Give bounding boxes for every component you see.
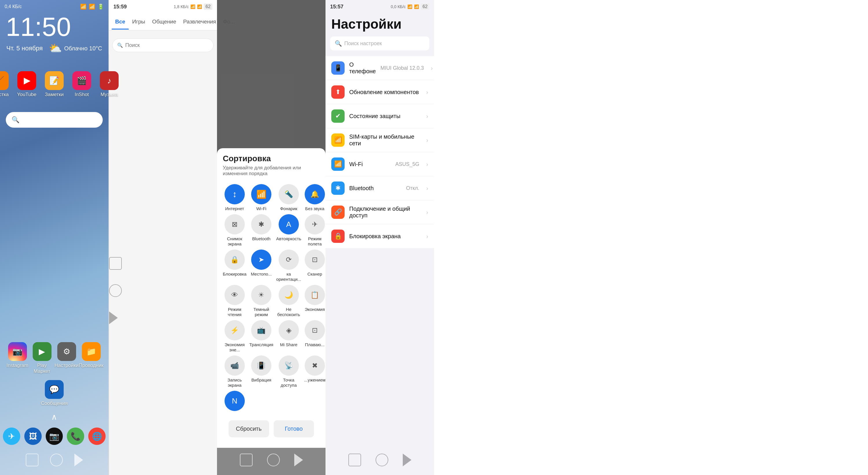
notes-icon: 📝 [45, 71, 64, 90]
settings-item-wifi[interactable]: 📶 Wi-Fi ASUS_5G › [326, 152, 434, 176]
sort-nfc[interactable]: N [223, 391, 247, 413]
app-grid: 💎 Pirate Trea... ♪ Spotify 2Г 2ГИС 🚕 Так… [109, 30, 217, 36]
music-icon-home: ♪ [100, 71, 119, 90]
dnd-tile-icon: 🌙 [279, 285, 299, 305]
settings-item-bluetooth[interactable]: ✱ Bluetooth Откл. › [326, 176, 434, 200]
sort-vibration[interactable]: 📳 Вибрация [249, 355, 273, 388]
sort-screenrec[interactable]: 📹 Запись экрана [223, 355, 247, 388]
notes-label: Заметки [45, 92, 64, 97]
dock-play[interactable]: ▶ Play Маркет [33, 342, 52, 374]
back-btn-sort[interactable] [294, 453, 303, 466]
recent-apps-btn-home[interactable] [26, 453, 38, 466]
chrome-icon[interactable]: 🌐 [88, 427, 105, 445]
sort-economy[interactable]: 📋 Экономия [304, 285, 326, 317]
update-chevron: › [426, 89, 428, 95]
tab-photo[interactable]: Фо... [220, 14, 239, 30]
telegram-icon[interactable]: ✈ [3, 427, 20, 445]
tab-games[interactable]: Игры [129, 14, 149, 30]
sort-swim[interactable]: ⊡ Плаваю... [304, 320, 326, 353]
security-settings-name: Состояние защиты [349, 113, 400, 119]
app-notes[interactable]: 📝 Заметки [45, 71, 64, 97]
sort-cast[interactable]: 📺 Трансляция [249, 320, 273, 353]
sort-reset-btn[interactable]: Сбросить [228, 420, 269, 437]
home-btn-drawer[interactable] [109, 284, 122, 297]
dock-settings[interactable]: ⚙ Настройки [57, 342, 76, 374]
sort-scanner[interactable]: ⊡ Сканер [304, 249, 326, 282]
sort-lock[interactable]: 🔒 Блокировка [223, 249, 247, 282]
tab-all[interactable]: Все [112, 14, 129, 30]
home-btn-sort[interactable] [267, 453, 280, 466]
sim-icon: 📶 [331, 133, 345, 147]
sort-readmode[interactable]: 👁 Режим чтения [223, 285, 247, 317]
status-bar-home: 0,4 КБ/с 📶 📶 🔋 [0, 0, 108, 11]
app-youtube[interactable]: ▶ YouTube [18, 71, 36, 97]
wifi-settings: 📶 [414, 4, 419, 9]
mishare-tile-label: Mi Share [280, 342, 298, 347]
speed-drawer: 1,8 КБ/с [174, 4, 189, 9]
nav-bar-sort [217, 448, 326, 475]
tab-entertainment[interactable]: Развлечения [180, 14, 220, 30]
sort-airplane[interactable]: ✈ Режим полета [304, 214, 326, 247]
screenrec-tile-icon: 📹 [224, 355, 245, 376]
sort-rotation[interactable]: ⟳ ка ориентаци... [276, 249, 301, 282]
drawer-app-2gis1[interactable]: 2Г 2ГИС [154, 33, 175, 36]
app-music-home[interactable]: ♪ Музыка [100, 71, 119, 97]
drawer-search-input[interactable] [125, 42, 209, 48]
settings-item-sim[interactable]: 📶 SIM-карты и мобильные сети › [326, 128, 434, 152]
back-btn-settings[interactable] [403, 453, 411, 466]
sort-done-btn[interactable]: Готово [274, 420, 314, 437]
sort-grid: ↕ Интернет 📶 Wi-Fi 🔦 Фонарик 🔔 Без звука [223, 181, 320, 416]
dock-messages[interactable]: 💬 Сообщения [45, 380, 64, 407]
drawer-app-taxi[interactable]: 🚕 Такси Бонд [175, 33, 197, 36]
dock-files[interactable]: 📁 Проводник [82, 342, 101, 374]
recent-btn-drawer[interactable] [109, 257, 122, 270]
tab-social[interactable]: Общение [149, 14, 180, 30]
phone-icon[interactable]: 📞 [67, 427, 84, 445]
sort-flashlight[interactable]: 🔦 Фонарик [276, 184, 301, 211]
sort-hotspot[interactable]: 📡 Точка доступа [276, 355, 301, 388]
settings-item-security[interactable]: ✔ Состояние защиты › [326, 104, 434, 128]
settings-search-bar[interactable]: 🔍 Поиск настроек [330, 36, 429, 50]
sort-economy2[interactable]: ⚡ Экономия эне... [223, 320, 247, 353]
settings-item-update[interactable]: ⬆ Обновление компонентов › [326, 80, 434, 104]
sort-darkmode[interactable]: ☀ Темный режим [249, 285, 273, 317]
app-cleaner[interactable]: 🧹 Очистка [0, 71, 9, 97]
sort-manage[interactable]: ✖ ...ужением [304, 355, 326, 388]
sort-dnd[interactable]: 🌙 Не беспокоить [276, 285, 301, 317]
nfc-tile-icon: N [224, 391, 245, 411]
bluetooth-settings-icon: ✱ [331, 181, 345, 195]
drawer-app-cod[interactable]: 🎮 Call of Duty [197, 33, 217, 36]
drawer-app-spotify[interactable]: ♪ Spotify [132, 33, 154, 36]
sort-overlay: Сортировка Удерживайте для добавления ил… [217, 0, 326, 448]
drawer-app-pirate[interactable]: 💎 Pirate Trea... [110, 33, 132, 36]
sort-bluetooth[interactable]: ✱ Bluetooth [249, 214, 273, 247]
connection-text: Подключение и общий доступ [349, 206, 419, 219]
about-text: О телефоне [349, 61, 376, 75]
sort-internet[interactable]: ↕ Интернет [223, 184, 247, 211]
sort-brightness[interactable]: A Автояркость [276, 214, 301, 247]
recent-btn-settings[interactable] [348, 453, 361, 466]
sort-location[interactable]: ➤ Местопо... [249, 249, 273, 282]
sort-mishare[interactable]: ◈ Mi Share [276, 320, 301, 353]
drawer-search-bar[interactable]: 🔍 [112, 38, 214, 52]
back-btn-drawer[interactable] [109, 311, 118, 324]
wifi-settings-icon: 📶 [331, 157, 345, 171]
gallery-icon[interactable]: 🖼 [24, 427, 42, 445]
home-btn-home[interactable] [50, 453, 63, 466]
search-bar-home[interactable]: 🔍 [6, 112, 103, 128]
settings-item-lockscreen[interactable]: 🔒 Блокировка экрана › [326, 224, 434, 248]
settings-item-about[interactable]: 📱 О телефоне MIUI Global 12.0.3 › [326, 56, 434, 80]
home-btn-settings[interactable] [376, 453, 388, 466]
recent-btn-sort[interactable] [240, 453, 253, 466]
hotspot-tile-icon: 📡 [279, 355, 299, 376]
camera-icon[interactable]: 📷 [46, 427, 63, 445]
rotation-tile-icon: ⟳ [279, 249, 299, 270]
sort-screenshot[interactable]: ⊠ Снимок экрана [223, 214, 247, 247]
dock-instagram[interactable]: 📷 Instagram [8, 342, 27, 374]
back-btn-home[interactable] [74, 453, 83, 466]
sort-silent[interactable]: 🔔 Без звука [304, 184, 326, 211]
app-inshot[interactable]: 🎬 InShot [72, 71, 91, 97]
settings-item-connection[interactable]: 🔗 Подключение и общий доступ › [326, 200, 434, 224]
readmode-tile-icon: 👁 [224, 285, 245, 305]
sort-wifi[interactable]: 📶 Wi-Fi [249, 184, 273, 211]
